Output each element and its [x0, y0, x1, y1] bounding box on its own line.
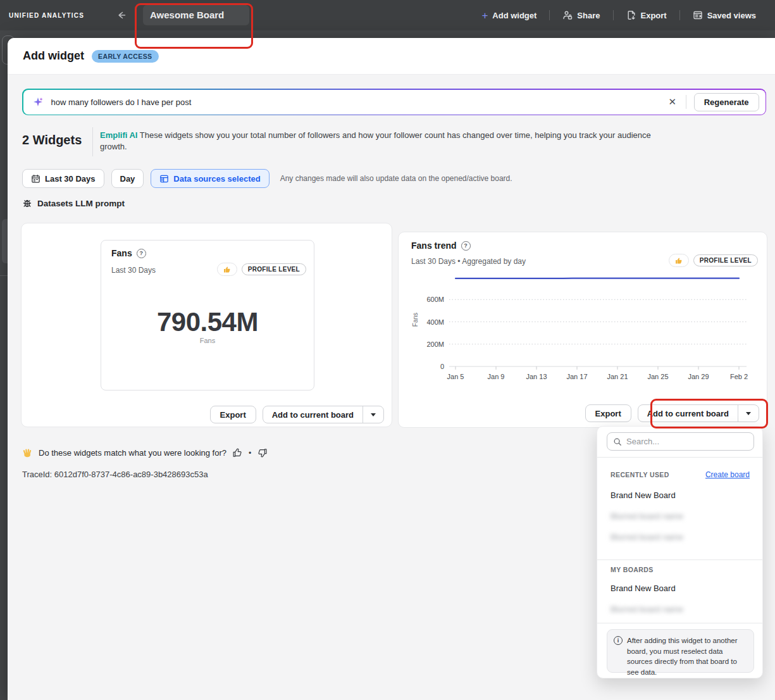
svg-text:400M: 400M: [426, 318, 444, 326]
divider: [92, 127, 93, 156]
search-icon: [613, 437, 622, 446]
svg-text:Jan 13: Jan 13: [526, 373, 547, 380]
svg-text:600M: 600M: [426, 296, 444, 303]
thumbs-up-button[interactable]: [232, 447, 243, 458]
share-user-icon: [562, 10, 573, 20]
export-widget-button[interactable]: Export: [210, 406, 256, 423]
svg-text:Jan 17: Jan 17: [566, 373, 587, 380]
recently-used-label: RECENTLY USED: [611, 471, 669, 478]
add-to-board-caret-button[interactable]: [738, 405, 759, 422]
date-range-filter-button[interactable]: Last 30 Days: [22, 169, 104, 188]
svg-text:Jan 9: Jan 9: [488, 373, 505, 380]
board-item-blurred[interactable]: Blurred board name: [611, 532, 683, 542]
thumb-up-icon: [675, 257, 683, 265]
trace-id: TraceId: 6012d7f0-8737-4c86-ac89-3b42869…: [22, 470, 208, 479]
feedback-question: Do these widgets match what you were loo…: [39, 448, 226, 458]
ai-summary-text: These widgets show you your total number…: [100, 130, 651, 151]
add-to-board-caret-button[interactable]: [363, 406, 383, 423]
filter-row: Last 30 Days Day Data sources selected A…: [22, 169, 512, 188]
board-item[interactable]: Brand New Board: [611, 584, 676, 593]
board-item[interactable]: Brand New Board: [611, 491, 676, 500]
fans-widget-preview: Fans ? Last 30 Days PROFILE LEVEL 790.54…: [101, 240, 314, 391]
export-widget-button[interactable]: Export: [585, 404, 631, 422]
sparkle-icon: [32, 96, 44, 108]
ai-prompt-bar: how many followers do I have per post ✕ …: [22, 89, 766, 115]
topbar-actions: + Add widget Share Export: [469, 0, 769, 30]
widget-card-fans-trend: Fans trend ? Last 30 Days • Aggregated b…: [398, 232, 767, 428]
modal-title: Add widget: [23, 49, 84, 63]
background-sidebar-divider: [0, 275, 8, 276]
board-title[interactable]: Awesome Board: [150, 9, 224, 20]
help-icon[interactable]: ?: [137, 249, 146, 258]
board-item-blurred[interactable]: Blurred board name: [611, 604, 683, 614]
modal-header: Add widget EARLY ACCESS: [8, 38, 775, 75]
thumbs-down-button[interactable]: [257, 447, 268, 458]
saved-views-button[interactable]: Saved views: [680, 10, 769, 20]
share-button[interactable]: Share: [550, 10, 612, 20]
widgets-count: 2 Widgets: [22, 133, 82, 147]
bug-icon: [22, 198, 32, 208]
board-dropdown-panel: RECENTLY USED Create board Brand New Boa…: [597, 426, 763, 678]
svg-text:Jan 29: Jan 29: [688, 373, 709, 380]
widget-title: Fans trend: [411, 241, 457, 251]
svg-text:0: 0: [440, 363, 444, 370]
add-to-current-board-button[interactable]: Add to current board: [638, 405, 738, 422]
svg-text:Fans: Fans: [412, 313, 419, 327]
topbar: UNIFIED ANALYTICS Awesome Board + Add wi…: [0, 0, 775, 30]
data-sources-filter-button[interactable]: Data sources selected: [151, 169, 269, 188]
svg-text:Jan 25: Jan 25: [647, 373, 668, 380]
thumb-up-badge: [669, 254, 689, 267]
export-button[interactable]: Export: [614, 10, 679, 20]
dropdown-info-text: After adding this widget to another boar…: [627, 635, 747, 672]
divider: [597, 457, 762, 458]
profile-level-badge: PROFILE LEVEL: [242, 263, 306, 275]
chevron-down-icon: [746, 412, 751, 415]
add-widget-modal: Add widget EARLY ACCESS how many followe…: [8, 38, 775, 700]
collapse-sidebar-icon[interactable]: [116, 9, 127, 21]
waving-hand-icon: [22, 447, 33, 458]
my-boards-label: MY BOARDS: [611, 566, 654, 573]
add-to-current-board-button[interactable]: Add to current board: [263, 406, 363, 423]
board-search-field[interactable]: [607, 432, 754, 451]
board-search-input[interactable]: [626, 437, 748, 446]
granularity-filter-button[interactable]: Day: [111, 169, 144, 188]
saved-views-icon: [693, 10, 703, 20]
fans-trend-line-chart: 0200M400M600MJan 5Jan 9Jan 13Jan 17Jan 2…: [410, 266, 757, 383]
dot-separator: •: [249, 449, 251, 458]
svg-text:Jan 5: Jan 5: [447, 373, 464, 380]
svg-text:Jan 21: Jan 21: [607, 373, 628, 380]
add-to-board-split-button: Add to current board: [638, 404, 759, 422]
fans-kpi-value: 790.54M: [101, 307, 314, 337]
filters-note: Any changes made will also update data o…: [280, 174, 512, 183]
svg-text:Feb 2: Feb 2: [730, 373, 748, 380]
help-icon[interactable]: ?: [461, 241, 471, 251]
profile-level-badge: PROFILE LEVEL: [693, 254, 758, 266]
dropdown-info-box: i After adding this widget to another bo…: [607, 629, 754, 673]
clear-prompt-icon[interactable]: ✕: [664, 94, 681, 110]
divider: [597, 623, 762, 623]
add-widget-button[interactable]: + Add widget: [469, 10, 549, 21]
ai-summary: Emplifi AI These widgets show you your t…: [100, 130, 676, 153]
fans-kpi-label: Fans: [101, 337, 314, 344]
calendar-icon: [31, 174, 40, 184]
divider: [686, 95, 686, 109]
divider: [597, 559, 762, 560]
widget-subtitle: Last 30 Days • Aggregated by day: [411, 257, 526, 266]
widget-card-fans: Fans ? Last 30 Days PROFILE LEVEL 790.54…: [21, 223, 392, 427]
thumb-up-icon: [223, 266, 231, 273]
emplifi-ai-label: Emplifi AI: [100, 130, 137, 140]
prompt-query-input[interactable]: how many followers do I have per post: [51, 97, 664, 107]
svg-text:200M: 200M: [426, 341, 444, 348]
create-board-link[interactable]: Create board: [705, 470, 750, 479]
thumb-up-badge: [217, 263, 237, 276]
export-doc-icon: [626, 10, 636, 20]
regenerate-button[interactable]: Regenerate: [694, 93, 759, 111]
data-sources-icon: [159, 174, 169, 184]
chevron-down-icon: [371, 413, 376, 416]
plus-icon: +: [481, 10, 488, 21]
board-item-blurred[interactable]: Blurred board name: [611, 511, 683, 521]
early-access-badge: EARLY ACCESS: [92, 50, 159, 63]
info-icon: i: [614, 636, 623, 645]
add-to-board-split-button: Add to current board: [263, 406, 384, 423]
datasets-llm-prompt-button[interactable]: Datasets LLM prompt: [22, 198, 125, 208]
